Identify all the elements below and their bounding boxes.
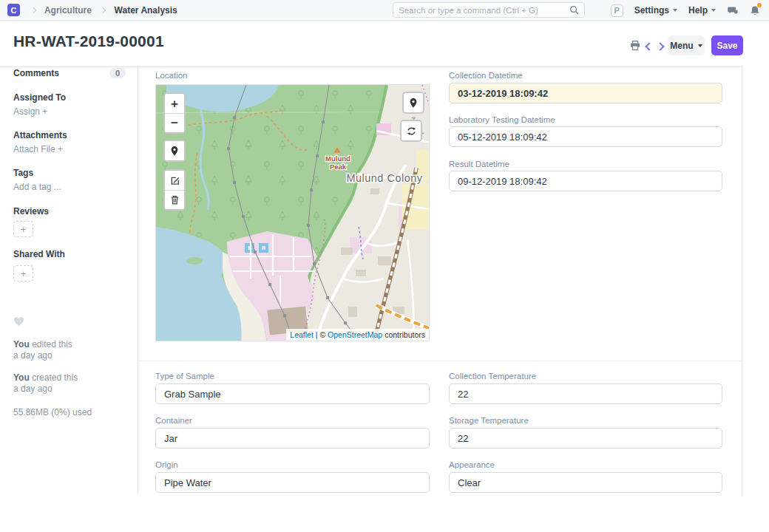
- map-add-marker-button[interactable]: [404, 93, 423, 112]
- breadcrumb-agriculture[interactable]: Agriculture: [44, 5, 92, 16]
- sidebar-attachments-label: Attachments: [13, 130, 67, 140]
- breadcrumb-chevron-icon: [30, 7, 36, 13]
- activity-edited: You edited this a day ago: [13, 339, 124, 361]
- map-edit-button[interactable]: [165, 171, 184, 190]
- location-map[interactable]: Mulund Peak Mulund Colony Agra Rd + −: [155, 84, 430, 341]
- result-datetime-field[interactable]: [449, 171, 722, 191]
- map-refresh-control: [400, 120, 422, 142]
- save-button[interactable]: Save: [711, 35, 743, 55]
- leaflet-link[interactable]: Leaflet: [290, 330, 314, 339]
- main-right-border: [742, 67, 742, 495]
- collection-datetime-field[interactable]: [449, 83, 722, 103]
- map-zoom-control: + −: [163, 92, 186, 134]
- global-search: [393, 2, 585, 18]
- sidebar-assigned-to-label: Assigned To: [13, 92, 66, 103]
- storage-usage: 55.86MB (0%) used: [13, 407, 92, 418]
- map-label-peak-2: Peak: [330, 163, 347, 171]
- add-share-button[interactable]: +: [13, 265, 33, 282]
- sidebar-reviews-label: Reviews: [13, 206, 49, 216]
- storage-temperature-label: Storage Temperature: [449, 416, 529, 425]
- collection-temperature-field[interactable]: [449, 383, 722, 404]
- openstreetmap-link[interactable]: OpenStreetMap: [328, 330, 382, 339]
- menu-button[interactable]: Menu: [668, 35, 705, 55]
- assign-button[interactable]: Assign +: [13, 106, 47, 117]
- chevron-down-icon: [673, 9, 677, 12]
- help-menu[interactable]: Help: [688, 5, 716, 16]
- print-button[interactable]: [629, 40, 641, 54]
- attach-file-button[interactable]: Attach File +: [13, 144, 63, 154]
- storage-temperature-field[interactable]: [449, 428, 722, 449]
- search-input[interactable]: [399, 6, 569, 15]
- container-label: Container: [155, 416, 192, 425]
- chevron-down-icon: [711, 9, 716, 12]
- map-canvas: Mulund Peak Mulund Colony Agra Rd: [156, 85, 430, 341]
- collection-datetime-label: Collection Datetime: [449, 71, 523, 80]
- laboratory-datetime-label: Laboratory Testing Datetime: [449, 115, 555, 124]
- container-field[interactable]: [155, 428, 430, 449]
- breadcrumb-chevron-icon: [100, 7, 106, 13]
- collection-temperature-label: Collection Temperature: [449, 372, 536, 381]
- navbar: C Agriculture Water Analysis P Settings …: [0, 0, 769, 21]
- navbar-right: P Settings Help: [611, 0, 760, 21]
- location-label: Location: [155, 71, 187, 80]
- comments-count-badge: 0: [109, 68, 126, 78]
- user-avatar[interactable]: P: [611, 4, 623, 17]
- map-delete-button[interactable]: [165, 190, 184, 209]
- activity-created: You created this a day ago: [13, 372, 124, 395]
- type-of-sample-field[interactable]: [155, 383, 430, 404]
- map-attribution: Leaflet | © OpenStreetMap contributors: [286, 329, 429, 341]
- map-draw-control: [163, 169, 186, 211]
- appearance-field[interactable]: [449, 472, 722, 493]
- laboratory-datetime-field[interactable]: [449, 126, 722, 147]
- sidebar-comments-label[interactable]: Comments: [13, 68, 59, 78]
- map-marker-control: [402, 92, 424, 114]
- map-zoom-in-button[interactable]: +: [165, 94, 184, 113]
- header-divider: [0, 66, 742, 67]
- map-label-peak-1: Mulund: [325, 154, 350, 163]
- sidebar-tags-label: Tags: [13, 168, 33, 178]
- add-review-button[interactable]: +: [13, 221, 33, 237]
- sidebar-shared-with-label: Shared With: [13, 249, 65, 259]
- map-label-colony: Mulund Colony: [346, 172, 422, 184]
- map-refresh-button[interactable]: [402, 121, 421, 140]
- origin-field[interactable]: [155, 472, 430, 493]
- notifications-button[interactable]: [750, 5, 760, 16]
- notification-dot: [757, 3, 762, 7]
- map-zoom-out-button[interactable]: −: [165, 113, 184, 132]
- type-of-sample-label: Type of Sample: [155, 372, 214, 381]
- page-title: HR-WAT-2019-00001: [13, 33, 164, 50]
- app-logo[interactable]: C: [7, 4, 20, 16]
- prev-document-button[interactable]: [645, 42, 653, 50]
- sidebar-divider: [138, 67, 138, 494]
- section-divider: [138, 361, 742, 361]
- result-datetime-label: Result Datetime: [449, 160, 509, 168]
- map-locate-control: [163, 140, 186, 162]
- search-icon: [569, 5, 579, 15]
- chat-button[interactable]: [727, 5, 739, 16]
- breadcrumb: Agriculture Water Analysis: [24, 5, 177, 16]
- breadcrumb-water-analysis[interactable]: Water Analysis: [115, 5, 177, 16]
- appearance-label: Appearance: [449, 460, 495, 469]
- settings-menu[interactable]: Settings: [634, 5, 677, 16]
- add-tag-input[interactable]: Add a tag ...: [13, 182, 61, 192]
- map-locate-button[interactable]: [165, 141, 184, 160]
- chevron-down-icon: [698, 44, 702, 47]
- like-heart-icon[interactable]: [13, 316, 24, 330]
- origin-label: Origin: [155, 460, 178, 469]
- next-document-button[interactable]: [656, 42, 664, 50]
